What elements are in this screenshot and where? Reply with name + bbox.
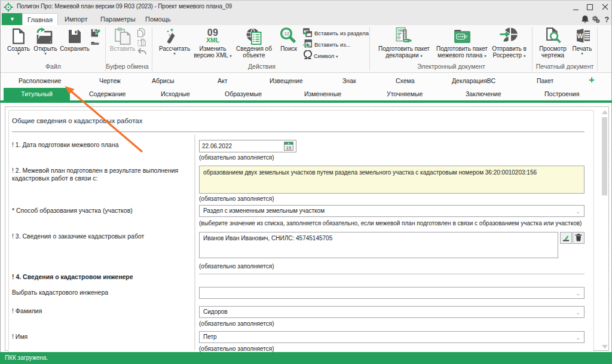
svg-text::12: :12 bbox=[283, 32, 289, 36]
svg-text:15: 15 bbox=[286, 145, 292, 151]
svg-text:?: ? bbox=[605, 16, 610, 24]
svg-text:W: W bbox=[577, 32, 583, 39]
